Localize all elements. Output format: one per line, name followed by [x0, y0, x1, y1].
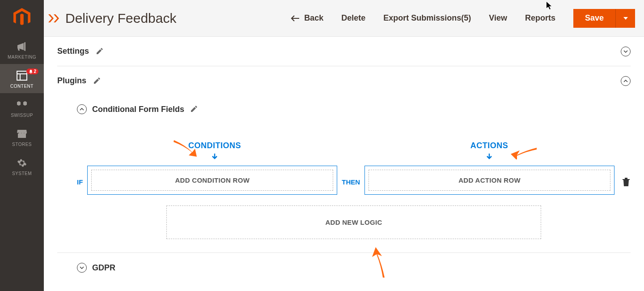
- store-icon: [17, 128, 27, 139]
- collapse-toggle[interactable]: [621, 47, 631, 56]
- arrow-down-icon: [486, 153, 492, 161]
- reports-button[interactable]: Reports: [525, 13, 555, 23]
- arrow-left-icon: [291, 15, 300, 22]
- chevron-down-icon: [80, 265, 84, 270]
- bell-icon: [29, 69, 33, 74]
- notification-badge[interactable]: 2: [26, 68, 38, 74]
- edit-settings-button[interactable]: [95, 47, 103, 56]
- sidebar-item-label: CONTENT: [10, 84, 34, 89]
- sidebar-item-swissup[interactable]: SWISSUP: [0, 93, 44, 122]
- save-button-group: Save: [573, 9, 635, 28]
- sidebar-item-marketing[interactable]: MARKETING: [0, 35, 44, 64]
- logic-row: IF ADD CONDITION ROW THEN ADD ACTION ROW: [77, 166, 631, 195]
- notification-count: 2: [34, 69, 36, 74]
- sidebar-item-label: MARKETING: [8, 55, 36, 60]
- page-title: Delivery Feedback: [65, 11, 176, 26]
- collapse-toggle[interactable]: [77, 263, 87, 273]
- conditional-columns-header: CONDITIONS ACTIONS: [77, 141, 631, 161]
- section-title: Plugins: [57, 76, 86, 86]
- magento-logo-icon: [13, 8, 30, 27]
- page-header: Delivery Feedback Back Delete Export Sub…: [44, 0, 644, 37]
- admin-sidebar: MARKETING CONTENT 2 SWISSUP STORES SYSTE…: [0, 0, 44, 291]
- gear-icon: [17, 158, 27, 168]
- actions-column-title: ACTIONS: [470, 141, 508, 150]
- subsection-title: GDPR: [92, 263, 115, 273]
- sidebar-item-stores[interactable]: STORES: [0, 122, 44, 151]
- chevron-down-icon: [623, 49, 628, 54]
- back-label: Back: [304, 13, 323, 23]
- conditions-box: ADD CONDITION ROW: [87, 166, 337, 195]
- collapse-toggle[interactable]: [621, 76, 631, 86]
- edit-conditional-button[interactable]: [190, 105, 198, 113]
- save-button[interactable]: Save: [573, 9, 615, 28]
- export-submissions-button[interactable]: Export Submissions(5): [383, 13, 471, 23]
- main-content: Delivery Feedback Back Delete Export Sub…: [44, 0, 644, 273]
- edit-plugins-button[interactable]: [93, 77, 101, 85]
- layout-icon: [17, 70, 27, 81]
- sidebar-item-label: SWISSUP: [11, 113, 33, 118]
- plugins-body: Conditional Form Fields CONDITIONS ACTIO…: [57, 95, 631, 253]
- delete-logic-button[interactable]: [622, 177, 631, 188]
- title-icon: [48, 12, 61, 25]
- pencil-icon: [190, 106, 197, 113]
- subsection-gdpr[interactable]: GDPR: [57, 253, 631, 273]
- caret-down-icon: [623, 15, 629, 21]
- arrow-down-icon: [212, 153, 218, 161]
- save-dropdown-toggle[interactable]: [615, 9, 635, 28]
- section-title: Settings: [57, 47, 89, 56]
- add-condition-row-button[interactable]: ADD CONDITION ROW: [91, 170, 333, 191]
- actions-box: ADD ACTION ROW: [364, 166, 614, 195]
- sidebar-item-system[interactable]: SYSTEM: [0, 151, 44, 180]
- sidebar-item-label: SYSTEM: [12, 171, 32, 176]
- add-new-logic-button[interactable]: ADD NEW LOGIC: [166, 205, 541, 239]
- collapse-toggle[interactable]: [77, 104, 87, 114]
- subsection-conditional[interactable]: Conditional Form Fields: [77, 104, 631, 114]
- chevron-up-icon: [623, 79, 628, 83]
- pencil-icon: [93, 77, 100, 85]
- sidebar-item-label: STORES: [12, 142, 32, 147]
- trash-icon: [623, 178, 630, 187]
- then-label: THEN: [342, 178, 360, 186]
- if-label: IF: [77, 178, 83, 186]
- back-button[interactable]: Back: [291, 13, 323, 23]
- section-settings[interactable]: Settings: [57, 37, 631, 66]
- hexagons-icon: [16, 99, 28, 110]
- megaphone-icon: [17, 41, 27, 52]
- subsection-title: Conditional Form Fields: [92, 105, 184, 114]
- svg-rect-0: [17, 71, 27, 80]
- section-plugins[interactable]: Plugins: [57, 66, 631, 95]
- chevron-up-icon: [80, 107, 84, 111]
- view-button[interactable]: View: [489, 13, 507, 23]
- add-action-row-button[interactable]: ADD ACTION ROW: [369, 170, 610, 191]
- magento-logo[interactable]: [0, 0, 44, 35]
- delete-button[interactable]: Delete: [341, 13, 365, 23]
- conditions-column-title: CONDITIONS: [188, 141, 241, 150]
- pencil-icon: [96, 48, 103, 55]
- sidebar-item-content[interactable]: CONTENT 2: [0, 64, 44, 93]
